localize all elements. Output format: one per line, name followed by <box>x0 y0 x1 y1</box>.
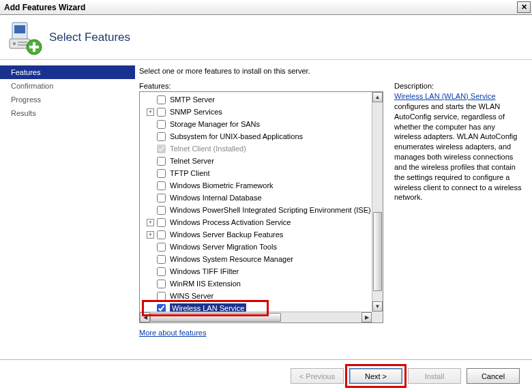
feature-row[interactable]: Wireless LAN Service <box>143 302 372 312</box>
feature-label[interactable]: SMTP Server <box>170 95 215 104</box>
feature-row[interactable]: Subsystem for UNIX-based Applications <box>143 130 372 142</box>
expand-icon[interactable]: + <box>147 108 154 116</box>
feature-checkbox[interactable] <box>157 255 166 264</box>
feature-row[interactable]: +Windows Server Backup Features <box>143 228 372 241</box>
feature-checkbox[interactable] <box>157 304 166 312</box>
step-label: Confirmation <box>11 82 53 90</box>
feature-label[interactable]: Windows Server Backup Features <box>170 230 283 239</box>
expand-spacer <box>147 268 154 275</box>
scroll-up-button[interactable]: ▲ <box>372 92 383 102</box>
step-confirmation[interactable]: Confirmation <box>0 79 135 93</box>
wizard-footer: < Previous Next > Install Cancel <box>0 359 532 392</box>
feature-label[interactable]: Windows Internal Database <box>170 194 262 202</box>
feature-row[interactable]: Storage Manager for SANs <box>143 118 372 130</box>
svg-rect-8 <box>29 46 39 48</box>
feature-label[interactable]: Wireless LAN Service <box>170 303 246 312</box>
more-about-features-link[interactable]: More about features <box>139 329 206 337</box>
install-button: Install <box>408 368 461 384</box>
feature-checkbox[interactable] <box>157 132 166 141</box>
feature-label[interactable]: Windows System Resource Manager <box>170 255 293 263</box>
expand-icon[interactable]: + <box>147 231 154 239</box>
scrollbar-vertical[interactable]: ▲ ▼ <box>372 92 383 312</box>
next-button[interactable]: Next > <box>349 368 402 384</box>
feature-label[interactable]: TFTP Client <box>170 169 209 177</box>
scroll-down-button[interactable]: ▼ <box>372 301 383 312</box>
step-progress[interactable]: Progress <box>0 93 135 106</box>
cancel-button[interactable]: Cancel <box>467 368 520 384</box>
step-label: Features <box>11 68 40 76</box>
feature-row[interactable]: Windows Internal Database <box>143 192 372 204</box>
feature-row[interactable]: Windows Biometric Framework <box>143 179 372 192</box>
feature-row[interactable]: Telnet Client (Installed) <box>143 142 372 155</box>
expand-spacer <box>147 243 154 251</box>
scrollbar-horizontal[interactable]: ◀ ▶ <box>140 312 372 322</box>
feature-checkbox[interactable] <box>157 181 166 190</box>
feature-label[interactable]: SNMP Services <box>170 108 222 116</box>
feature-checkbox[interactable] <box>157 206 166 215</box>
feature-row[interactable]: TFTP Client <box>143 167 372 179</box>
feature-label[interactable]: Windows Server Migration Tools <box>170 243 277 251</box>
feature-checkbox[interactable] <box>157 108 166 117</box>
scroll-left-button[interactable]: ◀ <box>140 312 150 322</box>
feature-checkbox[interactable] <box>157 194 166 202</box>
feature-row[interactable]: +SNMP Services <box>143 106 372 118</box>
expand-spacer <box>147 145 154 153</box>
feature-label[interactable]: WINS Server <box>170 292 213 300</box>
feature-label[interactable]: Telnet Client (Installed) <box>170 145 246 153</box>
feature-row[interactable]: Windows System Resource Manager <box>143 253 372 265</box>
expand-spacer <box>147 256 154 263</box>
close-icon: ✕ <box>521 3 527 12</box>
feature-checkbox[interactable] <box>157 218 166 227</box>
feature-row[interactable]: Windows PowerShell Integrated Scripting … <box>143 204 372 216</box>
feature-label[interactable]: Windows PowerShell Integrated Scripting … <box>170 206 371 214</box>
feature-label[interactable]: WinRM IIS Extension <box>170 280 241 288</box>
feature-label[interactable]: Telnet Server <box>170 157 214 165</box>
feature-checkbox[interactable] <box>157 120 166 129</box>
instruction-text: Select one or more features to install o… <box>139 67 524 75</box>
feature-label[interactable]: Subsystem for UNIX-based Applications <box>170 132 303 140</box>
scroll-v-thumb[interactable] <box>373 212 382 292</box>
svg-rect-4 <box>18 42 27 43</box>
feature-checkbox[interactable] <box>157 95 166 104</box>
description-label: Description: <box>394 82 524 90</box>
expand-spacer <box>147 182 154 190</box>
features-tree-viewport[interactable]: SMTP Server+SNMP ServicesStorage Manager… <box>140 92 372 312</box>
feature-checkbox[interactable] <box>157 243 166 252</box>
feature-label[interactable]: Windows TIFF IFilter <box>170 267 239 275</box>
feature-checkbox[interactable] <box>157 280 166 288</box>
scroll-v-track[interactable] <box>372 102 383 301</box>
feature-row[interactable]: WINS Server <box>143 290 372 302</box>
expand-icon[interactable]: + <box>147 219 154 226</box>
feature-row[interactable]: +Windows Process Activation Service <box>143 216 372 228</box>
feature-label[interactable]: Storage Manager for SANs <box>170 120 260 128</box>
feature-row[interactable]: Windows Server Migration Tools <box>143 241 372 253</box>
scroll-right-button[interactable]: ▶ <box>361 312 372 322</box>
scroll-h-track[interactable] <box>150 312 361 322</box>
step-label: Results <box>11 109 36 117</box>
expand-spacer <box>147 194 154 202</box>
previous-button: < Previous <box>291 368 344 384</box>
titlebar: Add Features Wizard ✕ <box>0 0 532 15</box>
feature-row[interactable]: Windows TIFF IFilter <box>143 265 372 277</box>
step-features[interactable]: Features <box>0 65 135 79</box>
description-title-link[interactable]: Wireless LAN (WLAN) Service <box>394 92 496 100</box>
feature-checkbox[interactable] <box>157 157 166 166</box>
scroll-h-thumb[interactable] <box>150 313 281 322</box>
feature-checkbox[interactable] <box>157 267 166 276</box>
feature-checkbox[interactable] <box>157 292 166 301</box>
step-results[interactable]: Results <box>0 106 135 120</box>
feature-row[interactable]: WinRM IIS Extension <box>143 277 372 290</box>
expand-spacer <box>147 96 154 104</box>
wizard-icon <box>5 18 44 57</box>
feature-label[interactable]: Windows Biometric Framework <box>170 181 274 190</box>
scrollbar-corner <box>372 312 383 322</box>
feature-checkbox <box>157 145 166 153</box>
feature-label[interactable]: Windows Process Activation Service <box>170 218 291 226</box>
feature-row[interactable]: Telnet Server <box>143 155 372 167</box>
expand-spacer <box>147 121 154 128</box>
svg-rect-1 <box>14 25 25 33</box>
feature-checkbox[interactable] <box>157 230 166 239</box>
feature-checkbox[interactable] <box>157 169 166 178</box>
close-button[interactable]: ✕ <box>517 1 531 13</box>
feature-row[interactable]: SMTP Server <box>143 93 372 106</box>
